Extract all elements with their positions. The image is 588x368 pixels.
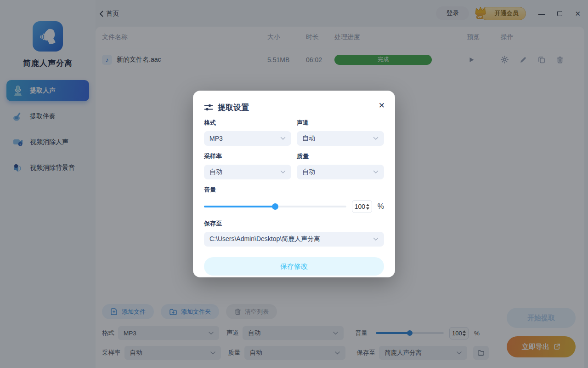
modal-close-icon[interactable]: ✕ xyxy=(379,101,385,110)
modal-save-to-label: 保存至 xyxy=(204,219,384,228)
modal-quality-select[interactable]: 自动 xyxy=(297,165,384,179)
modal-sample-rate-value: 自动 xyxy=(209,168,222,176)
modal-volume-label: 音量 xyxy=(204,186,384,194)
arrow-down-icon xyxy=(366,207,369,210)
modal-sample-rate-label: 采样率 xyxy=(204,152,291,161)
modal-save-to-value: C:\Users\Admin\Desktop\简鹿人声分离 xyxy=(209,235,320,243)
arrow-up-icon xyxy=(366,204,369,206)
chevron-down-icon xyxy=(373,237,379,241)
slider-thumb[interactable] xyxy=(272,203,278,210)
modal-format-value: MP3 xyxy=(209,135,223,142)
sliders-icon xyxy=(204,103,213,112)
modal-channel-value: 自动 xyxy=(302,134,315,143)
stepper-arrows[interactable] xyxy=(366,204,369,210)
chevron-down-icon xyxy=(373,170,379,174)
extract-settings-modal: 提取设置 ✕ 格式 MP3 声道 自动 采样率 自动 xyxy=(193,91,395,277)
chevron-down-icon xyxy=(373,137,379,140)
chevron-down-icon xyxy=(280,137,286,140)
modal-channel-select[interactable]: 自动 xyxy=(297,131,384,146)
modal-volume-unit: % xyxy=(378,202,384,211)
modal-volume-value: 100 xyxy=(355,203,365,210)
modal-quality-label: 质量 xyxy=(297,152,384,161)
chevron-down-icon xyxy=(280,170,286,174)
save-changes-button[interactable]: 保存修改 xyxy=(204,257,384,276)
modal-title: 提取设置 xyxy=(218,102,249,113)
modal-format-label: 格式 xyxy=(204,119,291,127)
modal-volume-slider[interactable] xyxy=(204,206,346,207)
modal-sample-rate-select[interactable]: 自动 xyxy=(204,165,291,179)
modal-save-to-select[interactable]: C:\Users\Admin\Desktop\简鹿人声分离 xyxy=(204,232,384,247)
modal-channel-label: 声道 xyxy=(297,119,384,127)
modal-volume-stepper[interactable]: 100 xyxy=(352,200,372,213)
modal-quality-value: 自动 xyxy=(302,168,315,176)
modal-format-select[interactable]: MP3 xyxy=(204,131,291,146)
